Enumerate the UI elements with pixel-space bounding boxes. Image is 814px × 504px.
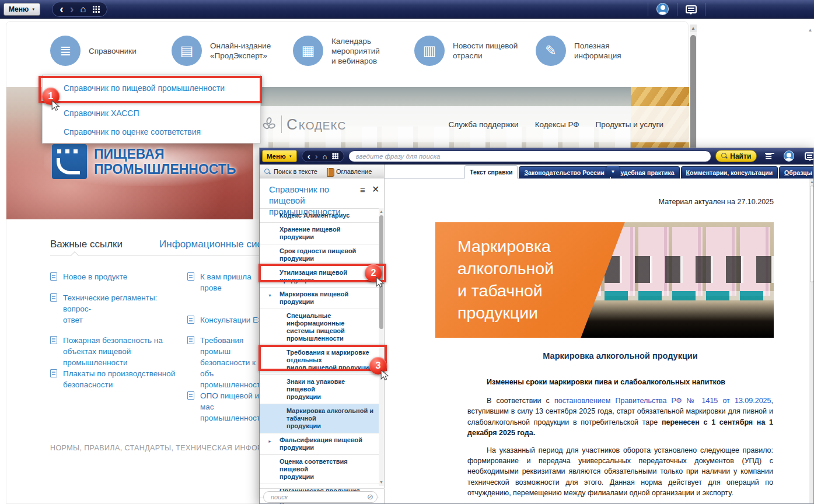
service-label: Календарь мероприятий и вебинаров — [331, 36, 380, 66]
tree-search-input[interactable] — [263, 491, 378, 503]
important-link[interactable]: К вам пришла прове — [187, 271, 269, 293]
tool-button[interactable]: Поиск в тексте — [264, 168, 317, 175]
document-tab[interactable]: Комментарии, консультации — [681, 166, 778, 178]
menu-button[interactable]: Меню — [4, 3, 40, 16]
service-shortcut[interactable]: Новости пищевой отрасли — [414, 36, 536, 66]
scroll-up-icon[interactable]: ▲ — [809, 180, 814, 184]
tree-item[interactable]: Хранение пищевой продукции — [260, 223, 379, 244]
service-shortcut[interactable]: Справочники — [50, 36, 172, 66]
tool-button[interactable]: Оглавление — [327, 168, 372, 176]
document-tab[interactable]: Законодательство России — [519, 166, 609, 178]
scrollbar-thumb[interactable] — [810, 186, 814, 282]
menu-button[interactable]: Меню — [262, 150, 297, 162]
scroll-up-icon[interactable]: ▲ — [690, 24, 697, 32]
important-links-column-1: Новое в продукте Технические регламенты:… — [50, 271, 187, 390]
scroll-down-icon[interactable]: ▼ — [379, 480, 384, 484]
search-input[interactable] — [348, 150, 712, 162]
kodeks-wordmark: КОДЕКС — [287, 116, 346, 134]
tree-item[interactable]: Оценка соответствия пищевой продукции — [260, 455, 379, 484]
service-shortcut[interactable]: Полезная информация — [536, 36, 657, 66]
tree-item[interactable]: Знаки на упаковке пищевой продукции — [260, 375, 379, 404]
scroll-up-icon[interactable]: ▲ — [379, 209, 384, 214]
paragraph-1: В соответствии с постановлением Правител… — [467, 396, 773, 438]
service-label: Онлайн-издание «ПродЭксперт» — [210, 41, 271, 61]
article-subheading: Изменены сроки маркировки пива и слабоал… — [487, 377, 773, 387]
sidebar-menu-icon[interactable] — [360, 186, 365, 194]
monitor-icon — [180, 44, 194, 58]
navigation-pill — [302, 150, 344, 162]
tree-item[interactable]: Специальные информационные системы пищев… — [260, 309, 379, 346]
tree-item[interactable]: Фальсификация пищевой продукции — [260, 433, 379, 455]
user-profile-icon[interactable] — [656, 3, 669, 15]
document-icon — [50, 293, 57, 302]
regulation-link[interactable]: постановлением Правительства РФ № 1415 о… — [554, 397, 771, 405]
document-tab[interactable]: Образцы и формы — [779, 166, 814, 178]
document-scrollbar[interactable]: ▲ — [809, 178, 814, 504]
kodeks-header-link[interactable]: Служба поддержки — [449, 120, 519, 129]
dropdown-item[interactable]: Справочник по оценке соответствия — [64, 127, 201, 136]
apps-grid-icon[interactable] — [92, 5, 100, 13]
important-link[interactable]: ОПО пищевой и мас промышленности — [187, 390, 269, 424]
article-body: Изменены сроки маркировки пива и слабоал… — [467, 377, 773, 504]
service-shortcut[interactable]: Календарь мероприятий и вебинаров — [293, 36, 414, 66]
important-link[interactable]: Новое в продукте — [50, 271, 187, 282]
service-shortcut[interactable]: Онлайн-издание «ПродЭксперт» — [172, 36, 293, 66]
apps-grid-icon[interactable] — [332, 153, 338, 159]
cursor-icon — [374, 276, 386, 289]
annotation-red-box-1 — [39, 76, 262, 103]
user-profile-icon[interactable] — [784, 150, 794, 162]
service-label: Справочники — [89, 46, 137, 56]
footer-tagline: НОРМЫ, ПРАВИЛА, СТАНДАРТЫ, ТЕХНИЧЕСКАЯ И… — [50, 444, 291, 452]
tree-item[interactable]: Кодекс Алиментариус — [260, 209, 379, 223]
kodeks-header-link[interactable]: Продукты и услуги — [596, 120, 663, 129]
feedback-chat-icon[interactable] — [805, 152, 814, 160]
forward-icon[interactable] — [70, 3, 74, 15]
clear-search-icon[interactable] — [367, 493, 373, 501]
cursor-icon — [50, 99, 61, 112]
active-tab-caret — [71, 251, 79, 260]
important-link[interactable]: Пожарная безопасность на объектах пищево… — [50, 335, 187, 368]
section-tab[interactable]: Важные ссылки — [50, 239, 123, 250]
document-icon — [187, 272, 194, 281]
list-icon — [60, 44, 71, 58]
site-brand-title: ПИЩЕВАЯ ПРОМЫШЛЕННОСТЬ — [94, 146, 236, 177]
toolbar-separator — [648, 3, 648, 16]
close-icon[interactable] — [372, 184, 379, 195]
important-link[interactable]: Технические регламенты: вопрос- ответ — [50, 292, 187, 326]
hamburger-menu-icon[interactable] — [765, 153, 774, 160]
kodeks-header-link[interactable]: Кодексы РФ — [535, 120, 579, 129]
forward-icon[interactable] — [315, 151, 318, 162]
document-icon — [187, 336, 194, 344]
important-link[interactable]: Плакаты по производственной безопасности — [50, 368, 187, 390]
home-icon[interactable] — [323, 151, 327, 162]
text-tools: Поиск в тексте Оглавление — [260, 164, 385, 178]
info-icon — [545, 44, 557, 58]
search-icon — [721, 153, 728, 159]
home-icon[interactable] — [80, 4, 86, 15]
news-icon — [423, 44, 436, 58]
more-tabs-icon[interactable]: ▼ — [606, 166, 620, 177]
page-scroll-up-icon[interactable]: ▲ — [807, 27, 813, 33]
article-heading: Маркировка алкогольной продукции — [467, 351, 773, 360]
feedback-chat-icon[interactable] — [686, 5, 697, 13]
tree-item[interactable]: Срок годности пищевой продукции — [260, 244, 379, 266]
tree-item[interactable]: Маркировка алкогольной и табачной продук… — [260, 404, 379, 433]
document-icon — [50, 336, 57, 344]
book-icon — [327, 168, 333, 176]
site-brand: ПИЩЕВАЯ ПРОМЫШЛЕННОСТЬ — [52, 144, 236, 179]
important-link[interactable]: Консультации ЕЭК — [187, 314, 269, 326]
document-tab[interactable]: Судебная практика — [611, 166, 680, 178]
services-row: Справочники Онлайн-издание «ПродЭксперт»… — [50, 36, 657, 66]
toolbar-separator — [677, 3, 677, 16]
paragraph-2: На указанный период для участников оборо… — [467, 445, 773, 498]
tree-item[interactable]: Маркировка пищевой продукции — [260, 288, 379, 309]
document-tabs: Текст справки Законодательство России Су… — [464, 166, 814, 178]
document-tab[interactable]: Текст справки — [464, 165, 518, 178]
back-icon[interactable] — [60, 3, 64, 15]
find-button[interactable]: Найти — [715, 150, 757, 162]
kodeks-header-strip: КОДЕКС Служба поддержкиКодексы РФПродукт… — [253, 106, 689, 142]
dropdown-item[interactable]: Справочник ХАССП — [64, 108, 139, 118]
navigation-pill — [52, 2, 107, 17]
important-link[interactable]: Требования промыш безопасности к объ про… — [187, 335, 269, 390]
back-icon[interactable] — [308, 151, 310, 162]
